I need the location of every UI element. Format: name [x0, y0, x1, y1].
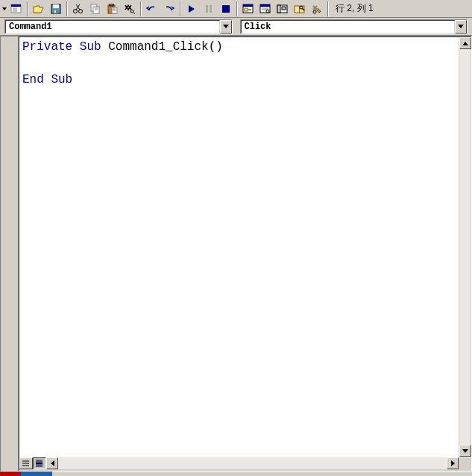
svg-rect-39	[277, 5, 280, 13]
procedure-combo[interactable]: Click	[240, 19, 468, 34]
editor-frame: Private Sub Command1_Click() End Sub	[0, 36, 472, 472]
svg-rect-28	[222, 5, 230, 13]
keyword: Private	[22, 40, 72, 54]
scroll-down-button[interactable]	[459, 445, 471, 457]
svg-marker-46	[223, 25, 229, 28]
keyword: Sub	[80, 40, 101, 54]
undo-button[interactable]	[144, 1, 160, 16]
scroll-corner	[459, 457, 471, 469]
svg-rect-26	[206, 5, 208, 13]
object-combo[interactable]: Command1	[4, 19, 233, 34]
svg-marker-58	[51, 460, 54, 466]
editor-bottom-bar	[19, 457, 471, 470]
copy-button[interactable]	[87, 1, 104, 16]
toolbar-separator	[140, 1, 142, 16]
open-button[interactable]	[31, 1, 47, 16]
svg-marker-47	[458, 25, 464, 28]
toolbar-separator	[236, 1, 238, 16]
full-module-view-button[interactable]	[33, 457, 46, 469]
toolbar-separator	[66, 1, 68, 16]
procedure-view-button[interactable]	[19, 457, 33, 469]
svg-rect-31	[245, 8, 248, 11]
procedure-combo-arrow[interactable]	[455, 20, 467, 34]
svg-rect-27	[210, 5, 212, 13]
toolbox-button[interactable]	[309, 1, 325, 16]
svg-marker-48	[462, 42, 468, 45]
svg-marker-59	[451, 460, 455, 466]
toolbar-separator	[327, 1, 329, 16]
editor-gutter	[1, 37, 19, 471]
svg-line-24	[133, 13, 135, 14]
stop-button[interactable]	[218, 1, 234, 16]
form-layout-button[interactable]	[274, 1, 291, 16]
taskbar-hint	[0, 472, 472, 476]
svg-rect-2	[11, 4, 21, 7]
procedure-combo-value: Click	[241, 20, 456, 34]
pause-button[interactable]	[201, 1, 217, 16]
svg-marker-49	[462, 449, 468, 453]
object-combo-arrow[interactable]	[220, 20, 232, 34]
svg-point-23	[130, 10, 133, 13]
form-icon[interactable]	[8, 1, 25, 16]
find-button[interactable]	[122, 1, 138, 16]
svg-point-37	[266, 10, 269, 13]
cursor-position-label: 行 2, 列 1	[336, 2, 374, 15]
svg-marker-0	[2, 7, 7, 10]
code-navigator-bar: Command1 Click	[0, 18, 472, 36]
svg-rect-19	[110, 4, 113, 6]
identifier: Command1_Click()	[108, 40, 223, 54]
horizontal-scrollbar[interactable]	[46, 457, 459, 469]
code-editor[interactable]: Private Sub Command1_Click() End Sub	[19, 37, 459, 457]
scroll-up-button[interactable]	[459, 37, 471, 49]
keyword: End Sub	[22, 73, 72, 86]
toolbar-separator	[27, 1, 28, 16]
vertical-scrollbar[interactable]	[459, 37, 471, 457]
scroll-right-button[interactable]	[447, 457, 459, 469]
view-mode-buttons	[19, 457, 46, 469]
svg-marker-25	[189, 5, 195, 13]
toolbar-separator	[180, 1, 181, 16]
save-button[interactable]	[48, 1, 64, 16]
object-combo-value: Command1	[5, 20, 220, 34]
svg-point-13	[79, 9, 83, 13]
svg-rect-30	[243, 4, 253, 7]
scroll-track[interactable]	[58, 457, 447, 469]
svg-rect-34	[260, 4, 270, 7]
redo-button[interactable]	[161, 1, 177, 16]
svg-rect-7	[53, 4, 59, 8]
properties-button[interactable]	[257, 1, 274, 16]
svg-rect-9	[54, 10, 56, 13]
object-browser-button[interactable]	[292, 1, 308, 16]
cut-button[interactable]	[70, 1, 86, 16]
run-button[interactable]	[183, 1, 200, 16]
svg-rect-40	[282, 7, 286, 10]
scroll-track[interactable]	[459, 49, 471, 445]
project-explorer-button[interactable]	[240, 1, 257, 16]
editor-inner: Private Sub Command1_Click() End Sub	[19, 37, 471, 471]
main-toolbar: 行 2, 列 1	[0, 0, 472, 18]
paste-button[interactable]	[104, 1, 121, 16]
svg-point-45	[313, 10, 316, 13]
svg-point-12	[74, 9, 78, 13]
toolbar-dropdown-arrow[interactable]	[1, 1, 7, 16]
scroll-left-button[interactable]	[46, 457, 58, 469]
